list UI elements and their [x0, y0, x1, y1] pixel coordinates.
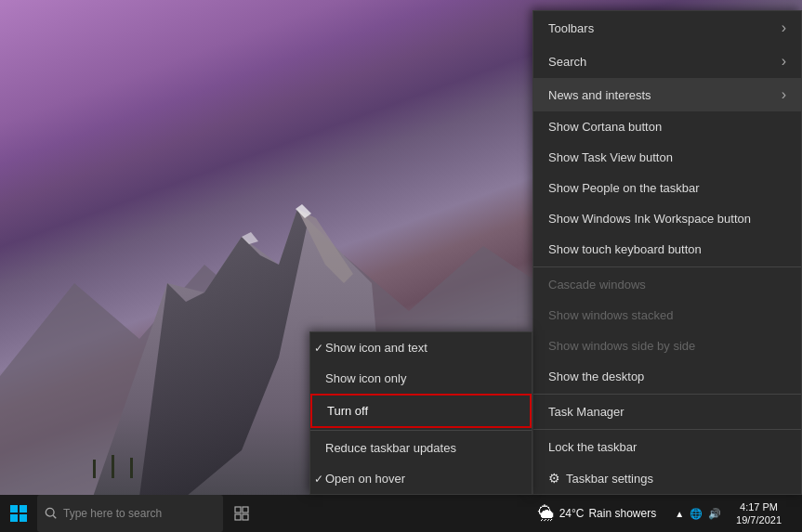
taskbar: Type here to search 🌦 24°C Rain showers …: [0, 495, 802, 532]
date-display: 19/7/2021: [736, 513, 782, 526]
weather-icon: 🌦: [538, 504, 555, 524]
time-display: 4:17 PM: [740, 500, 778, 513]
menu-item-search[interactable]: Search: [533, 45, 801, 78]
gear-icon: ⚙: [548, 471, 560, 486]
menu-item-show-desktop-label: Show the desktop: [548, 370, 644, 383]
menu-item-show-cortana-label: Show Cortana button: [548, 120, 662, 134]
menu-item-show-people-label: Show People on the taskbar: [548, 181, 700, 195]
menu-item-taskbar-settings[interactable]: ⚙ Taskbar settings: [533, 462, 801, 494]
start-button[interactable]: [0, 495, 37, 532]
separator-2: [533, 394, 801, 395]
weather-widget[interactable]: 🌦 24°C Rain showers: [531, 504, 664, 524]
menu-item-show-desktop[interactable]: Show the desktop: [533, 361, 801, 392]
weather-temp: 24°C: [559, 507, 585, 520]
network-icon[interactable]: 🌐: [690, 508, 703, 520]
menu-item-show-touch-keyboard[interactable]: Show touch keyboard button: [533, 234, 801, 265]
task-view-button[interactable]: [223, 495, 260, 532]
svg-rect-15: [235, 507, 241, 513]
submenu-item-show-icon-only[interactable]: Show icon only: [310, 363, 532, 394]
menu-item-show-side-by-side-label: Show windows side by side: [548, 339, 695, 353]
svg-rect-16: [243, 507, 248, 513]
menu-item-show-side-by-side: Show windows side by side: [533, 331, 801, 361]
menu-item-toolbars-label: Toolbars: [548, 21, 594, 35]
svg-rect-6: [93, 460, 96, 478]
separator-1: [533, 266, 801, 267]
menu-item-toolbars[interactable]: Toolbars: [533, 11, 801, 45]
taskbar-search[interactable]: Type here to search: [37, 495, 223, 532]
menu-item-show-task-view-label: Show Task View button: [548, 150, 673, 164]
submenu-item-reduce-updates-label: Reduce taskbar updates: [325, 441, 456, 455]
submenu-item-reduce-updates[interactable]: Reduce taskbar updates: [310, 433, 532, 463]
menu-item-show-stacked: Show windows stacked: [533, 300, 801, 331]
menu-item-task-manager-label: Task Manager: [548, 405, 625, 419]
menu-item-cascade-windows-label: Cascade windows: [548, 278, 646, 292]
menu-item-cascade-windows: Cascade windows: [533, 269, 801, 300]
submenu-item-turn-off-label: Turn off: [327, 404, 368, 418]
menu-item-show-cortana[interactable]: Show Cortana button: [533, 111, 801, 142]
news-interests-submenu: Show icon and text Show icon only Turn o…: [309, 331, 532, 495]
submenu-item-show-icon-text-label: Show icon and text: [325, 341, 427, 355]
svg-rect-9: [10, 505, 18, 513]
menu-item-search-label: Search: [548, 55, 586, 69]
submenu-item-turn-off[interactable]: Turn off: [310, 394, 532, 428]
svg-rect-12: [20, 514, 27, 522]
menu-item-news-interests[interactable]: News and interests: [533, 78, 801, 111]
search-icon: [45, 507, 58, 520]
submenu-separator-1: [310, 430, 532, 431]
menu-item-task-manager[interactable]: Task Manager: [533, 396, 801, 427]
menu-item-lock-taskbar-label: Lock the taskbar: [548, 440, 637, 454]
svg-rect-17: [235, 514, 241, 520]
submenu-item-show-icon-text[interactable]: Show icon and text: [310, 332, 532, 363]
separator-3: [533, 429, 801, 430]
system-tray: ▲ 🌐 🔊: [671, 508, 725, 520]
svg-rect-11: [10, 514, 18, 522]
svg-rect-18: [243, 514, 248, 520]
svg-line-14: [53, 515, 56, 518]
taskbar-search-placeholder: Type here to search: [63, 507, 162, 520]
tray-arrow[interactable]: ▲: [675, 509, 684, 519]
menu-item-news-interests-label: News and interests: [548, 88, 651, 102]
svg-rect-8: [130, 458, 133, 478]
menu-item-taskbar-settings-label: Taskbar settings: [566, 472, 786, 486]
svg-rect-7: [112, 455, 114, 478]
svg-point-13: [46, 508, 54, 516]
svg-rect-10: [20, 505, 27, 513]
menu-item-show-task-view[interactable]: Show Task View button: [533, 142, 801, 173]
menu-item-show-stacked-label: Show windows stacked: [548, 308, 673, 322]
task-view-icon: [234, 506, 249, 521]
menu-item-show-ink-workspace[interactable]: Show Windows Ink Workspace button: [533, 203, 801, 234]
system-clock[interactable]: 4:17 PM 19/7/2021: [732, 500, 785, 527]
volume-icon[interactable]: 🔊: [708, 508, 721, 520]
submenu-item-show-icon-only-label: Show icon only: [325, 371, 406, 385]
weather-desc: Rain showers: [588, 507, 656, 520]
taskbar-right: 🌦 24°C Rain showers ▲ 🌐 🔊 4:17 PM 19/7/2…: [531, 500, 802, 527]
submenu-item-open-on-hover-label: Open on hover: [325, 472, 405, 486]
taskbar-context-menu: Toolbars Search News and interests Show …: [532, 10, 802, 495]
submenu-item-open-on-hover[interactable]: Open on hover: [310, 463, 532, 494]
menu-item-show-people[interactable]: Show People on the taskbar: [533, 173, 801, 203]
menu-item-lock-taskbar[interactable]: Lock the taskbar: [533, 432, 801, 462]
menu-item-show-touch-keyboard-label: Show touch keyboard button: [548, 242, 702, 256]
windows-logo-icon: [10, 505, 27, 522]
menu-item-show-ink-workspace-label: Show Windows Ink Workspace button: [548, 212, 751, 226]
